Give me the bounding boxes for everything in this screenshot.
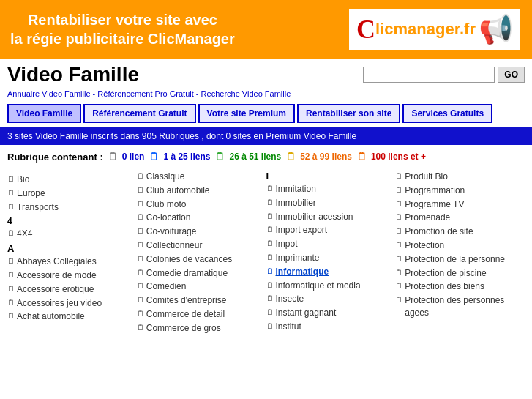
tab-referencement-gratuit[interactable]: Référencement Gratuit [83,104,195,123]
page-icon: 🗒 [137,254,144,264]
filter-icon-gray: 🗒 [108,151,118,163]
list-item[interactable]: 🗒 Informatique et media [266,279,396,293]
page-icon: 🗒 [137,185,144,195]
list-item[interactable]: 🗒 Impot [266,237,396,251]
page-icon: 🗒 [266,294,274,304]
page-icon: 🗒 [7,188,15,198]
page-icon: 🗒 [137,268,144,278]
page-icon: 🗒 [137,171,144,182]
list-item[interactable]: 🗒 Immitation [266,182,396,196]
filter-52-99-liens[interactable]: 52 à 99 liens [300,152,352,162]
list-item[interactable]: 🗒 Programmation [395,184,525,198]
list-item[interactable]: 🗒 Protection de piscine [395,266,525,280]
list-item[interactable]: 🗒 Achat automobile [7,310,137,324]
section-header-a: A [7,241,137,255]
list-item[interactable]: 🗒 4X4 [7,227,137,241]
filter-row: Rubrique contenant : 🗒 0 lien 🗒 1 à 25 l… [0,146,532,167]
page-icon: 🗒 [7,270,15,280]
list-item[interactable]: 🗒 Accessoire erotique [7,283,137,297]
go-button[interactable]: GO [498,67,525,83]
page-icon: 🗒 [395,199,402,209]
tab-services-gratuits[interactable]: Services Gratuits [402,104,492,123]
list-item[interactable]: 🗒 Immobilier [266,196,396,210]
page-icon: 🗒 [137,309,144,319]
banner-logo[interactable]: C licmanager.fr 📢 [348,7,522,51]
page-icon: 🗒 [137,212,144,223]
tab-rentabiliser[interactable]: Rentabiliser son site [297,104,400,123]
section-header-4: 4 [7,214,137,227]
list-item[interactable]: 🗒 Insecte [266,292,396,306]
megaphone-icon: 📢 [479,13,513,45]
page-icon-blue: 🗒 [266,266,274,277]
list-item[interactable]: 🗒 Accessoire de mode [7,269,137,283]
list-item[interactable]: 🗒 Bio [7,173,137,187]
category-col-2: 🗒 Classique 🗒 Club automobile 🗒 Club mot… [137,170,266,335]
filter-icon-orange: 🗒 [356,151,367,163]
list-item[interactable]: 🗒 Protection des personnes agees [395,294,525,320]
list-item[interactable]: 🗒 Immobilier acession [266,210,396,224]
page-icon: 🗒 [266,253,274,263]
filter-100-liens[interactable]: 100 liens et + [371,152,426,162]
page-icon: 🗒 [395,295,402,305]
page-icon: 🗒 [137,295,144,305]
list-item[interactable]: 🗒 Co-location [137,211,266,225]
list-item[interactable]: 🗒 Comites d'entreprise [137,294,266,307]
list-item[interactable]: 🗒 Imprimante [266,251,396,265]
page-icon: 🗒 [395,281,402,291]
list-item-informatique[interactable]: 🗒 Informatique [266,265,396,279]
page-icon: 🗒 [266,184,274,194]
breadcrumb: Annuaire Video Famille - Référencement P… [0,88,532,101]
list-item[interactable]: 🗒 Comedien [137,280,266,294]
filter-26-51-liens[interactable]: 26 à 51 liens [229,152,281,162]
tab-votre-site-premium[interactable]: Votre site Premium [198,104,295,123]
breadcrumb-link-3[interactable]: Recherche Video Famille [201,89,291,98]
filter-0-lien[interactable]: 0 lien [122,152,145,162]
list-item[interactable]: 🗒 Europe [7,187,137,201]
page-icon: 🗒 [266,307,274,318]
site-title: Video Famille [7,63,139,86]
list-item[interactable]: 🗒 Classique [137,170,266,184]
list-item[interactable]: 🗒 Promenade [395,211,525,225]
list-item[interactable]: 🗒 Institut [266,320,396,334]
list-item[interactable]: 🗒 Transports [7,201,137,215]
banner-text: Rentabiliser votre site avec la régie pu… [10,10,235,48]
page-icon: 🗒 [266,239,274,249]
list-item[interactable]: 🗒 Abbayes Collegiales [7,255,137,269]
list-item[interactable]: 🗒 Comedie dramatique [137,266,266,280]
filter-1-25-liens[interactable]: 1 à 25 liens [163,152,210,162]
list-item[interactable]: 🗒 Colonies de vacances [137,253,266,266]
tab-video-famille[interactable]: Video Famille [7,104,81,123]
page-icon: 🗒 [137,226,144,236]
page-icon: 🗒 [395,212,402,223]
page-icon: 🗒 [137,323,144,333]
list-item[interactable]: 🗒 Programme TV [395,198,525,212]
list-item[interactable]: 🗒 Commerce de detail [137,307,266,321]
list-item[interactable]: 🗒 Collectionneur [137,239,266,253]
logo-rest-text: licmanager.fr [375,20,476,39]
list-item[interactable]: 🗒 Commerce de gros [137,321,266,335]
list-item[interactable]: 🗒 Protection des biens [395,280,525,294]
list-item[interactable]: 🗒 Club moto [137,198,266,212]
search-input[interactable] [363,67,495,83]
page-icon: 🗒 [395,185,402,195]
page-icon: 🗒 [7,298,15,308]
page-icon: 🗒 [395,226,402,236]
filter-icon-yellow: 🗒 [285,151,296,163]
page-icon: 🗒 [266,198,274,208]
search-row: GO [363,67,525,83]
breadcrumb-link-2[interactable]: Référencement Pro Gratuit [97,89,193,98]
filter-icon-blue: 🗒 [149,151,159,163]
list-item[interactable]: 🗒 Protection de la personne [395,253,525,266]
category-col-3: I 🗒 Immitation 🗒 Immobilier 🗒 Immobilier… [266,170,396,335]
list-item[interactable]: 🗒 Import export [266,223,396,237]
breadcrumb-link-1[interactable]: Annuaire Video Famille [7,89,91,98]
list-item[interactable]: 🗒 Club automobile [137,184,266,198]
list-item[interactable]: 🗒 Produit Bio [395,170,525,184]
list-item-promotion-site[interactable]: 🗒 Promotion de site [395,225,525,239]
page-icon: 🗒 [7,202,15,212]
list-item[interactable]: 🗒 Instant gagnant [266,306,396,320]
list-item[interactable]: 🗒 Co-voiturage [137,225,266,239]
list-item[interactable]: 🗒 Accessoires jeu video [7,297,137,310]
list-item-protection[interactable]: 🗒 Protection [395,239,525,253]
page-icon: 🗒 [266,321,274,332]
